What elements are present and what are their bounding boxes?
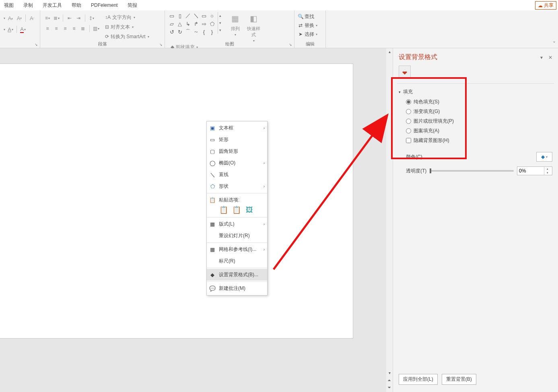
replace-button[interactable]: ⇄替换▾ (298, 21, 322, 30)
menu-pdfelement[interactable]: PDFelement (91, 2, 118, 8)
decrease-indent-button[interactable]: ⇤ (66, 14, 74, 22)
transparency-label: 透明度(T) (406, 168, 426, 174)
decrease-font-button[interactable]: A▾ (16, 14, 23, 22)
shapes-icon: ⬠ (209, 183, 216, 190)
line-icon: ＼ (209, 172, 216, 178)
solid-fill-radio[interactable]: 纯色填充(S) (406, 99, 552, 105)
cm-new-comment[interactable]: 💬新建批注(M) (207, 283, 267, 294)
cm-textbox[interactable]: ▣文本框› (207, 122, 267, 134)
paragraph-dialog-launcher[interactable]: ↘ (159, 43, 163, 47)
replace-icon: ⇄ (298, 23, 303, 28)
scroll-up-button[interactable]: ▴ (386, 48, 393, 55)
slide-canvas[interactable] (0, 64, 353, 339)
cm-ruler[interactable]: 标尺(R) (207, 255, 267, 267)
hide-bg-graphics-checkbox[interactable]: 隐藏背景图形(H) (406, 137, 552, 144)
rectangle-icon: ▭ (209, 137, 216, 143)
select-icon: ➤ (298, 31, 303, 37)
menu-record[interactable]: 录制 (23, 2, 33, 9)
fill-section-header[interactable]: ▾ 填充 (399, 88, 552, 95)
pattern-fill-radio[interactable]: 图案填充(A) (406, 127, 552, 134)
transparency-input[interactable] (517, 168, 544, 174)
vertical-scrollbar[interactable]: ▴ ▾ ⏶ ⏷ (386, 48, 393, 392)
comment-icon: 💬 (209, 285, 216, 292)
numbering-button[interactable]: ≣▾ (52, 14, 60, 22)
bullets-button[interactable]: ≡▾ (43, 14, 51, 22)
format-bg-icon: ◆ (209, 272, 216, 278)
convert-smartart-button[interactable]: ⟳转换为 SmartArt▾ (105, 32, 149, 41)
shapes-gallery[interactable]: ▭▯／＼▭○ ▱△↳↱⇨⬠ ↺↻⌒～{} (168, 12, 216, 35)
search-icon: 🔍 (298, 14, 303, 19)
pane-close-button[interactable]: ✕ (548, 55, 552, 60)
font-dialog-launcher[interactable]: ↘ (35, 43, 39, 47)
scroll-down-button[interactable]: ▾ (386, 369, 393, 376)
line-spacing-button[interactable]: ‡▾ (88, 14, 96, 22)
collapse-ribbon-button[interactable]: ˅ (553, 41, 556, 47)
paste-keep-source-button[interactable]: 📋 (232, 205, 241, 215)
edit-group-label: 编辑 (294, 41, 325, 47)
spin-up[interactable]: ▴ (544, 167, 550, 171)
pane-options-button[interactable]: ▾ (540, 55, 543, 60)
reset-background-button[interactable]: 重置背景(B) (442, 374, 476, 385)
grid-icon: ▦ (209, 246, 216, 253)
ribbon-group-draw: ▭▯／＼▭○ ▱△↳↱⇨⬠ ↺↻⌒～{} ▴ ▾ ▾ ▦ 排列▾ ◧ 快速样式▾… (165, 10, 294, 48)
paste-dest-theme-button[interactable]: 📋 (219, 205, 229, 215)
align-left-button[interactable]: ≡ (43, 25, 51, 33)
cm-rectangle[interactable]: ▭矩形 (207, 134, 267, 146)
share-button[interactable]: ☁ 共享 (535, 1, 556, 10)
columns-button[interactable]: ▥▾ (92, 25, 100, 33)
font-color-button[interactable]: A▾ (19, 26, 27, 33)
paint-bucket-icon (401, 68, 408, 75)
transparency-spinner[interactable]: ▴▾ (517, 166, 552, 175)
shapes-scroll-down[interactable]: ▾ (218, 19, 222, 27)
cm-shapes[interactable]: ⬠形状› (207, 181, 267, 192)
gradient-fill-radio[interactable]: 渐变填充(G) (406, 108, 552, 115)
align-center-button[interactable]: ≡ (52, 25, 60, 33)
clear-formatting-button[interactable]: A⁄ (28, 14, 35, 22)
menu-bar: 视图 录制 开发工具 帮助 PDFelement 简报 ☁ 共享 (0, 0, 558, 10)
apply-all-button[interactable]: 应用到全部(L) (399, 374, 438, 385)
draw-dialog-launcher[interactable]: ↘ (289, 43, 293, 47)
align-text-button[interactable]: ⊟对齐文本▾ (105, 23, 149, 31)
distribute-button[interactable]: ≣ (79, 25, 87, 33)
cm-reset-slide[interactable]: 重设幻灯片(R) (207, 230, 267, 242)
next-slide-button[interactable]: ⏷ (386, 384, 393, 390)
smartart-icon: ⟳ (105, 34, 109, 39)
justify-button[interactable]: ≡ (70, 25, 78, 33)
color-picker-button[interactable]: ◆▾ (536, 152, 552, 162)
increase-indent-button[interactable]: ⇥ (74, 14, 82, 22)
transparency-slider[interactable] (430, 170, 514, 172)
fill-tab-button[interactable] (399, 66, 411, 78)
menu-devtools[interactable]: 开发工具 (43, 2, 62, 9)
fontsize-dd-icon[interactable]: ▾ (4, 28, 5, 31)
quick-styles-icon: ◧ (247, 12, 260, 25)
pane-title: 设置背景格式 (399, 53, 437, 62)
cm-line[interactable]: ＼直线 (207, 169, 267, 181)
paste-picture-button[interactable]: 🖼 (245, 205, 254, 215)
spin-down[interactable]: ▾ (544, 171, 550, 175)
arrange-button[interactable]: ▦ 排列▾ (227, 12, 243, 43)
select-button[interactable]: ➤选择▾ (298, 30, 322, 39)
color-label: 颜色(C) (406, 154, 422, 160)
increase-font-button[interactable]: A▴ (7, 14, 14, 22)
cm-ellipse[interactable]: ◯椭圆(O)› (207, 157, 267, 169)
clipboard-icon: 📋 (209, 197, 216, 203)
find-button[interactable]: 🔍查找 (298, 12, 322, 21)
ribbon-group-paragraph: ≡▾ ≣▾ ⇤ ⇥ ‡▾ ≡ ≡ ≡ ≡ ≣ ▥▾ (40, 10, 165, 48)
shapes-more[interactable]: ▾ (218, 27, 222, 34)
menu-help[interactable]: 帮助 (72, 2, 81, 9)
cm-grid-guides[interactable]: ▦网格和参考线(I)...› (207, 244, 267, 255)
menu-brief[interactable]: 简报 (128, 2, 137, 9)
format-background-pane: 设置背景格式 ▾ ✕ ▾ 填充 纯色填充(S) 渐变填充(G) 图片或纹理填充(… (393, 48, 558, 392)
cm-format-background[interactable]: ◆设置背景格式(B)... (207, 269, 267, 281)
align-right-button[interactable]: ≡ (61, 25, 69, 33)
menu-view[interactable]: 视图 (4, 2, 14, 9)
text-direction-button[interactable]: ↕A文字方向▾ (105, 13, 149, 22)
highlight-color-button[interactable]: A▾ (7, 26, 14, 33)
quick-styles-button[interactable]: ◧ 快速样式▾ (246, 12, 262, 43)
picture-fill-radio[interactable]: 图片或纹理填充(P) (406, 118, 552, 125)
cm-layout[interactable]: ▦版式(L)› (207, 218, 267, 230)
font-dd-icon[interactable]: ▾ (4, 16, 5, 20)
prev-slide-button[interactable]: ⏶ (386, 377, 393, 383)
shapes-scroll-up[interactable]: ▴ (218, 12, 222, 19)
cm-rounded-rect[interactable]: ▢圆角矩形 (207, 146, 267, 157)
